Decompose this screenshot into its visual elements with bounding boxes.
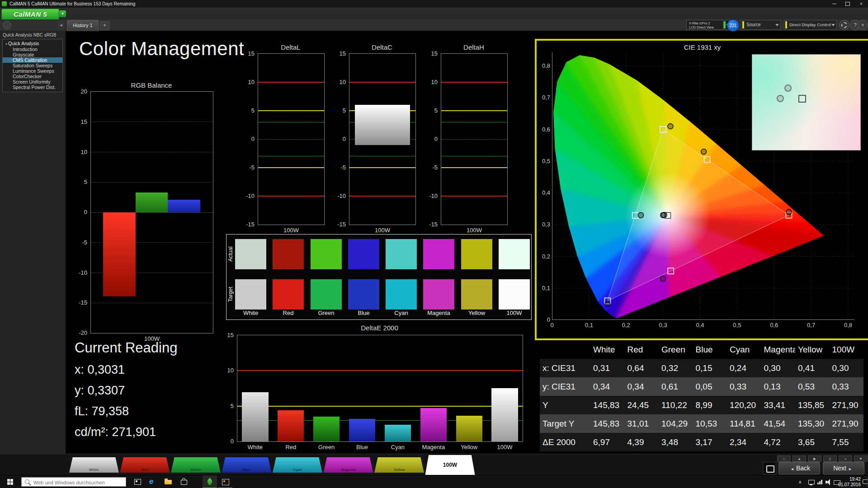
reference-line — [258, 82, 324, 83]
tray-volume-button[interactable] — [826, 475, 832, 488]
back-button[interactable]: ◄Back — [778, 462, 820, 474]
color-select-blue[interactable]: Blue — [222, 457, 272, 473]
sidebar-item-cms-calibration[interactable]: CMS Calibration — [3, 57, 62, 63]
actual-swatch-magenta — [423, 239, 454, 269]
grid-line — [258, 139, 324, 140]
table-row-label: y: CIE31 — [540, 377, 590, 396]
mini-control-button-3[interactable]: ‖ — [823, 455, 837, 462]
color-select-magenta[interactable]: Magenta — [324, 457, 373, 473]
bar — [103, 212, 136, 296]
sidebar-item-screen-uniformity[interactable]: Screen Uniformity — [3, 79, 62, 84]
mini-control-button-4[interactable]: × — [839, 455, 852, 462]
table-header-cell: Blue — [693, 340, 727, 359]
store-button[interactable] — [176, 475, 191, 488]
maximize-button[interactable] — [841, 0, 854, 8]
reference-line — [258, 196, 324, 197]
target-swatch-red — [273, 279, 304, 310]
reference-line — [349, 156, 415, 156]
tray-display-button[interactable] — [808, 475, 816, 488]
cie-y-tick-label: 0,8 — [538, 62, 550, 69]
calman-taskbar-button[interactable] — [203, 475, 217, 488]
start-button[interactable] — [0, 475, 21, 488]
mini-control-button-1[interactable]: ▲ — [793, 455, 806, 462]
source-dropdown[interactable]: Source — [741, 20, 781, 30]
x-tick-label: Yellow — [449, 444, 490, 450]
sidebar-collapse-button[interactable]: ◀ — [58, 21, 64, 29]
grid-line — [91, 152, 213, 152]
app-taskbar-button[interactable] — [218, 475, 232, 488]
tab-history-1[interactable]: History 1 — [67, 20, 99, 31]
mini-control-button-0[interactable]: ⌂ — [777, 455, 791, 462]
color-select-cyan[interactable]: Cyan — [273, 457, 322, 473]
rgb-balance-chart: -20-15-10-505101520100W — [90, 91, 213, 333]
cie-x-tick-label: 0,1 — [582, 322, 596, 328]
color-select-red[interactable]: Red — [120, 457, 170, 473]
workspace-close-button[interactable]: × — [858, 20, 868, 30]
display-control-dropdown[interactable]: Direct Display Control — [784, 20, 837, 30]
sidebar-item-introduction[interactable]: Introduction — [3, 47, 62, 52]
table-cell: 0,64 — [625, 359, 659, 377]
sidebar-item-colorchecker[interactable]: ColorChecker — [3, 74, 62, 79]
swatch-column-label: Cyan — [386, 310, 417, 316]
tray-network-button[interactable] — [817, 475, 824, 488]
search-input[interactable] — [33, 478, 125, 487]
meter-selector[interactable]: X-Rite i1Pro 2 LCD Direct View — [686, 20, 731, 30]
table-header-cell: Yellow — [795, 340, 830, 359]
y-tick-label: 5 — [421, 107, 438, 114]
reference-line — [237, 406, 523, 407]
reference-line — [258, 110, 324, 111]
cie-1931-panel: CIE 1931 xy 000,10,10,20,20,30,30,40,40,… — [535, 39, 868, 340]
table-row-label: Y — [540, 396, 590, 414]
file-explorer-button[interactable] — [161, 475, 175, 488]
swatch-column-label: Blue — [348, 310, 379, 316]
target-swatch-blue — [348, 279, 379, 310]
table-row-label: x: CIE31 — [540, 359, 590, 377]
color-select-yellow[interactable]: Yellow — [374, 457, 424, 473]
strip-button-label: Cyan — [273, 468, 322, 472]
y-tick-label: 15 — [71, 118, 87, 125]
shopping-bag-icon — [181, 480, 187, 485]
mini-control-button-2[interactable]: ▶ — [808, 455, 821, 462]
x-tick-label: Green — [306, 444, 347, 450]
table-cell: 0,53 — [795, 377, 830, 396]
current-reading-title: Current Reading — [75, 340, 177, 356]
color-select-green[interactable]: Green — [171, 457, 221, 473]
bar — [136, 192, 168, 212]
calman-logo: CalMAN 5 — [1, 9, 59, 20]
measured-marker-magenta — [660, 276, 666, 282]
table-cell: 145,83 — [590, 396, 625, 414]
sidebar-item-saturation-sweeps[interactable]: Saturation Sweeps — [3, 63, 62, 68]
nav-circle-button[interactable] — [3, 21, 11, 29]
table-cell: 0,41 — [795, 359, 830, 377]
taskbar-clock[interactable]: 19:42 01.07.2016 — [836, 477, 861, 488]
luminance-badge[interactable]: 231 — [727, 19, 739, 32]
pattern-display-button[interactable] — [763, 462, 776, 474]
sidebar-item-grayscale[interactable]: Grayscale — [3, 52, 62, 57]
tray-expand-button[interactable]: ∧ — [798, 475, 802, 488]
table-cell: 8,99 — [693, 396, 727, 414]
cie-y-tick-label: 0,6 — [538, 126, 550, 133]
close-button[interactable]: × — [854, 0, 868, 8]
sidebar-item-spectral-power-dist-[interactable]: Spectral Power Dist. — [3, 84, 62, 90]
add-tab-button[interactable]: + — [100, 21, 109, 30]
next-button[interactable]: Next► — [823, 462, 864, 474]
show-desktop-button[interactable] — [867, 477, 868, 487]
table-cell: 145,83 — [590, 414, 625, 433]
taskbar-search[interactable] — [21, 477, 126, 487]
mini-control-button-5[interactable]: ▼ — [854, 455, 868, 462]
sidebar-item-luminance-sweeps[interactable]: Luminance Sweeps — [3, 68, 62, 74]
minimize-button[interactable] — [827, 0, 841, 8]
table-cell: 0,30 — [761, 359, 796, 377]
color-select-100w[interactable]: 100W — [425, 455, 475, 475]
table-cell: 271,90 — [830, 396, 864, 414]
actual-swatch-cyan — [386, 239, 417, 269]
settings-button[interactable] — [839, 20, 849, 30]
task-view-button[interactable] — [130, 475, 145, 488]
table-header-row: WhiteRedGreenBlueCyanMagentaYellow100W — [540, 340, 863, 359]
calman-app-window: CalMAN 5 CalMAN Ultimate for Business 15… — [0, 0, 868, 488]
y-tick-label: 0 — [217, 438, 234, 445]
edge-browser-button[interactable]: e — [146, 475, 160, 488]
logo-menu-arrow-icon[interactable]: ▼ — [59, 10, 66, 17]
color-select-white[interactable]: White — [69, 457, 119, 473]
sidebar-root-quick-analysis[interactable]: ▾Quick Analysis — [3, 41, 62, 47]
